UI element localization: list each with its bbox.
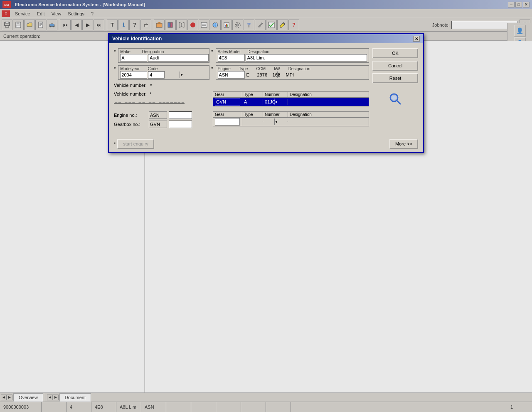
engine-desig-display <box>285 71 302 79</box>
gear1-cell-number: 01JG <box>263 99 288 105</box>
engine-combo[interactable]: ▼ <box>218 71 245 79</box>
vehicle-identification-dialog: Vehicle identification ✕ * Make Designat… <box>108 33 424 153</box>
dialog-footer: * start enquiry More >> <box>109 137 423 152</box>
engine-field-group: Engine Type CCM kW Designation ▼ <box>216 65 369 80</box>
dialog-form-left: * Make Designation ▼ <box>114 48 369 132</box>
engine-no-label: Engine no.: <box>114 113 147 118</box>
gear1-col-designation: Designation <box>288 92 369 97</box>
make-label: Make Designation <box>120 49 207 54</box>
make-combo[interactable]: ▼ <box>120 54 147 62</box>
code-input[interactable] <box>148 71 165 79</box>
gear1-cell-gear: ▼ <box>213 98 242 106</box>
make-field-group: Make Designation ▼ <box>118 48 209 63</box>
vehicle-number-row: Vehicle number: * <box>114 82 369 88</box>
engine-required-star: * <box>211 65 213 71</box>
gear2-cell-number <box>263 121 288 122</box>
reset-button[interactable]: Reset <box>372 73 418 83</box>
vehicle-number-star: * <box>150 91 151 96</box>
sales-model-required-star: * <box>211 48 213 54</box>
gear2-combo[interactable]: ▼ <box>215 118 240 126</box>
gear2-area: Gear Type Number Designation ▼ <box>213 111 369 129</box>
vehicle-number-input[interactable] <box>114 97 185 104</box>
modelyear-combo[interactable]: ▼ <box>120 71 147 79</box>
dialog-title-bar: Vehicle identification ✕ <box>109 34 423 43</box>
search-magnifier-area <box>372 86 418 112</box>
engine-labels: Engine Type CCM kW Designation <box>218 67 367 71</box>
gear2-col-number: Number <box>263 112 288 117</box>
gear1-table-header: Gear Type Number Designation <box>213 92 369 98</box>
sales-model-combo[interactable]: ▼ <box>218 54 245 62</box>
gear2-cell-designation <box>288 121 369 122</box>
gearbox-no-row: Gearbox no.: <box>114 121 209 128</box>
cancel-button[interactable]: Cancel <box>372 61 418 71</box>
modelyear-required-star: * <box>114 65 116 71</box>
gear2-col-type: Type <box>242 112 263 117</box>
gear2-table-row: ▼ <box>213 118 369 126</box>
gear2-col-gear: Gear <box>213 112 242 117</box>
modal-overlay: Vehicle identification ✕ * Make Designat… <box>0 0 532 412</box>
search-icon <box>389 92 402 106</box>
vehicle-number-required-star: * <box>150 82 152 88</box>
svg-line-35 <box>397 101 400 104</box>
modelyear-field-group: Modelyear Code ▼ <box>118 65 209 80</box>
gear2-table-header: Gear Type Number Designation <box>213 112 369 118</box>
dialog-body: * Make Designation ▼ <box>109 43 423 137</box>
vehicle-number-area: Vehicle number: * <box>114 91 209 104</box>
footer-star: * <box>114 141 116 146</box>
gear1-table-row: ▼ A 01JG <box>213 98 369 106</box>
gear1-col-gear: Gear <box>213 92 242 97</box>
gearbox-no-label: Gearbox no.: <box>114 122 147 127</box>
gear1-col-number: Number <box>263 92 288 97</box>
dialog-title: Vehicle identification <box>112 36 162 42</box>
gearbox-no-code-display <box>149 121 167 128</box>
engine-kw-display <box>272 71 284 79</box>
gear2-cell-type <box>242 121 263 122</box>
more-button[interactable]: More >> <box>389 139 418 149</box>
ok-button[interactable]: OK <box>372 48 418 58</box>
vehicle-number-title: Vehicle number: * <box>114 91 209 96</box>
engine-type-display <box>246 71 256 79</box>
gearbox-no-input[interactable] <box>169 121 192 128</box>
engine-gearbox-area: Engine no.: Gearbox no.: <box>114 111 209 128</box>
engine-no-input[interactable] <box>169 111 192 119</box>
make-designation-input[interactable] <box>148 54 209 62</box>
gear2-table: Gear Type Number Designation ▼ <box>213 111 369 126</box>
gear1-cell-type: A <box>242 99 263 105</box>
gear2-cell-gear: ▼ <box>213 118 242 126</box>
gear1-col-type: Type <box>242 92 263 97</box>
make-required-star: * <box>114 48 116 54</box>
engine-gear2-row: Engine no.: Gearbox no.: <box>114 111 369 129</box>
dialog-buttons-right: OK Cancel Reset <box>372 48 418 132</box>
sales-model-designation-input[interactable] <box>246 54 367 62</box>
start-enquiry-button[interactable]: start enquiry <box>117 139 154 149</box>
gear1-table: Gear Type Number Designation ▼ <box>213 91 369 106</box>
vehicle-number-label: Vehicle number: <box>114 83 147 88</box>
gear1-combo[interactable]: ▼ <box>215 98 240 106</box>
engine-ccm-display <box>256 71 271 79</box>
modelyear-dropdown-arrow[interactable]: ▼ <box>180 72 183 78</box>
gear2-col-designation: Designation <box>288 112 369 117</box>
gear1-cell-designation <box>288 101 369 102</box>
svg-point-36 <box>392 96 396 100</box>
engine-no-code-display <box>149 111 167 119</box>
vehicle-gear-row: Vehicle number: * Gear Type Number <box>114 91 369 109</box>
gear1-area: Gear Type Number Designation ▼ <box>213 91 369 109</box>
modelyear-labels: Modelyear Code <box>120 67 207 71</box>
engine-no-row: Engine no.: <box>114 111 209 119</box>
sales-model-field-group: Sales Model Designation ▼ <box>216 48 369 63</box>
dialog-close-button[interactable]: ✕ <box>413 36 420 42</box>
sales-model-labels: Sales Model Designation <box>218 49 367 54</box>
